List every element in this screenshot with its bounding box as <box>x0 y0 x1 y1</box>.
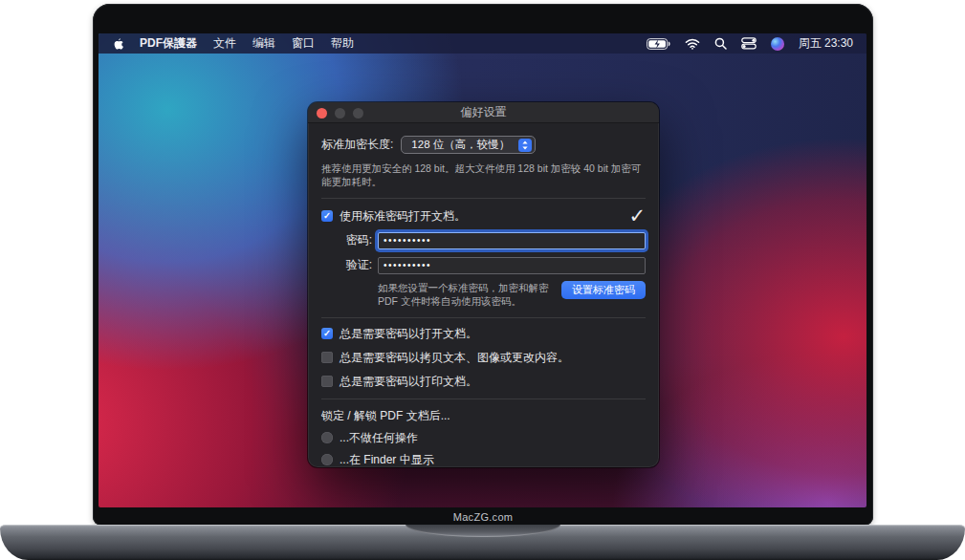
require-open-row[interactable]: 总是需要密码以打开文档。 <box>321 326 646 342</box>
chevron-up-down-icon <box>518 139 532 152</box>
wifi-icon[interactable] <box>685 38 700 50</box>
require-print-row[interactable]: 总是需要密码以打印文档。 <box>321 374 646 390</box>
use-standard-password-row[interactable]: 使用标准密码打开文档。 ✓ <box>321 208 646 225</box>
encryption-description: 推荐使用更加安全的 128 bit。超大文件使用 128 bit 加密较 40 … <box>321 162 643 189</box>
menu-bar: PDF保護器 文件 编辑 窗口 帮助 <box>99 33 866 54</box>
after-lock-none-label: ...不做任何操作 <box>340 430 418 446</box>
password-label: 密码: <box>321 232 372 248</box>
encryption-length-label: 标准加密长度: <box>321 137 393 153</box>
after-lock-finder-radio[interactable] <box>321 454 333 465</box>
window-titlebar[interactable]: 偏好设置 <box>308 102 659 123</box>
window-title: 偏好设置 <box>461 104 507 120</box>
use-standard-password-checkbox[interactable] <box>321 210 333 222</box>
battery-charging-icon[interactable] <box>647 38 670 50</box>
set-standard-password-button[interactable]: 设置标准密码 <box>561 281 646 299</box>
require-copy-label: 总是需要密码以拷贝文本、图像或更改内容。 <box>340 350 569 366</box>
separator <box>321 398 646 399</box>
after-lock-label: 锁定 / 解锁 PDF 文档后... <box>321 408 646 424</box>
require-copy-row[interactable]: 总是需要密码以拷贝文本、图像或更改内容。 <box>321 350 646 366</box>
encryption-length-row: 标准加密长度: 128 位（高，较慢） <box>321 136 646 154</box>
password-match-checkmark-icon: ✓ <box>628 209 646 223</box>
apple-icon[interactable] <box>112 37 123 51</box>
require-print-label: 总是需要密码以打印文档。 <box>340 374 477 390</box>
require-open-label: 总是需要密码以打开文档。 <box>340 326 477 342</box>
menu-app-name[interactable]: PDF保護器 <box>140 35 197 52</box>
separator <box>321 317 646 318</box>
separator <box>321 198 646 199</box>
control-center-icon[interactable] <box>741 37 757 50</box>
after-lock-finder-label: ...在 Finder 中显示 <box>340 452 434 467</box>
spotlight-icon[interactable] <box>714 37 727 50</box>
desktop-wallpaper: PDF保護器 文件 编辑 窗口 帮助 <box>99 33 866 507</box>
bezel-brand-text: MacZG.com <box>93 509 873 526</box>
menu-file[interactable]: 文件 <box>213 35 236 52</box>
zoom-button[interactable] <box>353 108 363 118</box>
require-copy-checkbox[interactable] <box>321 352 333 363</box>
password-input[interactable]: •••••••••• <box>378 232 646 249</box>
verify-row: 验证: •••••••••• <box>321 257 646 274</box>
menu-window[interactable]: 窗口 <box>292 35 315 52</box>
preferences-window: 偏好设置 标准加密长度: 128 位（高，较慢） <box>308 102 659 467</box>
encryption-length-popup[interactable]: 128 位（高，较慢） <box>401 136 536 154</box>
minimize-button[interactable] <box>335 108 345 118</box>
encryption-length-value: 128 位（高，较慢） <box>411 138 510 152</box>
password-row: 密码: •••••••••• <box>321 232 646 249</box>
password-helper-text: 如果您设置一个标准密码，加密和解密 PDF 文件时将自动使用该密码。 <box>378 281 553 309</box>
menu-help[interactable]: 帮助 <box>331 35 354 52</box>
require-print-checkbox[interactable] <box>321 376 333 387</box>
after-lock-none-radio[interactable] <box>321 432 333 443</box>
after-lock-none-row[interactable]: ...不做任何操作 <box>321 430 646 446</box>
use-standard-password-label: 使用标准密码打开文档。 <box>340 208 466 225</box>
after-lock-finder-row[interactable]: ...在 Finder 中显示 <box>321 452 646 467</box>
close-button[interactable] <box>317 108 327 118</box>
password-helper-row: 如果您设置一个标准密码，加密和解密 PDF 文件时将自动使用该密码。 设置标准密… <box>321 281 646 309</box>
require-open-checkbox[interactable] <box>321 328 333 339</box>
siri-icon[interactable] <box>771 37 784 51</box>
verify-input[interactable]: •••••••••• <box>378 257 646 274</box>
verify-label: 验证: <box>321 257 372 273</box>
menu-edit[interactable]: 编辑 <box>252 35 275 52</box>
laptop-lid: PDF保護器 文件 编辑 窗口 帮助 <box>93 4 873 526</box>
screenshot-stage: PDF保護器 文件 编辑 窗口 帮助 <box>0 0 965 560</box>
menu-clock[interactable]: 周五 23:30 <box>799 35 853 52</box>
